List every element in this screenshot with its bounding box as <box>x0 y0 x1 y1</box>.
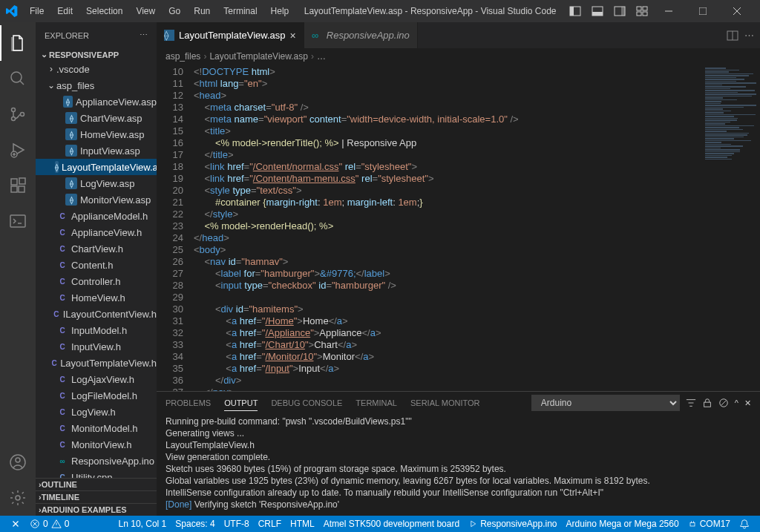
tree-item-applianceview-asp[interactable]: ⟠ApplianceView.asp <box>36 93 157 110</box>
tree-item-utility-cpp[interactable]: CUtility.cpp <box>36 469 157 478</box>
status-board[interactable]: Arduino Mega or Mega 2560 <box>562 519 684 529</box>
menu-selection[interactable]: Selection <box>80 3 128 19</box>
tree-item-layouttemplateview-h[interactable]: CLayoutTemplateView.h <box>36 355 157 371</box>
file-tree[interactable]: ›.vscode⌄asp_files⟠ApplianceView.asp⟠Cha… <box>36 61 157 478</box>
tree-item-inputview-asp[interactable]: ⟠InputView.asp <box>36 142 157 159</box>
terminal-icon[interactable] <box>0 203 36 239</box>
tree-item-inputview-h[interactable]: CInputView.h <box>36 338 157 355</box>
layout-left-icon[interactable] <box>566 1 585 21</box>
status-cursor[interactable]: Ln 10, Col 1 <box>114 519 171 529</box>
extensions-icon[interactable] <box>0 168 36 203</box>
lock-icon[interactable] <box>702 398 712 408</box>
source-control-icon[interactable] <box>0 96 36 132</box>
window-maximize[interactable] <box>686 0 720 22</box>
tree-item-controller-h[interactable]: CController.h <box>36 273 157 289</box>
chevron-down-icon: ⌄ <box>39 50 49 59</box>
status-port[interactable]: COM17 <box>684 519 735 529</box>
line-gutter: 1011121314151617181920212223242526272829… <box>157 65 194 391</box>
timeline-section[interactable]: ›TIMELINE <box>36 490 157 503</box>
breadcrumb-part[interactable]: … <box>317 51 326 62</box>
run-debug-icon[interactable] <box>0 132 36 168</box>
tree-item-layouttemplateview-asp[interactable]: ⟠LayoutTemplateView.asp <box>36 159 157 175</box>
tree-item-logfilemodel-h[interactable]: CLogFileModel.h <box>36 387 157 404</box>
tree-item-chartview-h[interactable]: CChartView.h <box>36 240 157 257</box>
breadcrumb[interactable]: asp_files › LayoutTemplateView.asp › … <box>157 48 760 65</box>
status-remote[interactable] <box>6 519 25 529</box>
more-actions-icon[interactable]: ⋯ <box>744 30 754 41</box>
layout-bottom-icon[interactable] <box>588 1 607 21</box>
close-tab-icon[interactable]: × <box>290 30 296 42</box>
menu-help[interactable]: Help <box>265 3 295 19</box>
clear-icon[interactable] <box>718 398 729 408</box>
menu-view[interactable]: View <box>130 3 161 19</box>
maximize-panel-icon[interactable]: ^ <box>735 398 738 407</box>
close-panel-icon[interactable]: ✕ <box>744 398 751 408</box>
editor-tabs: ⟠LayoutTemplateView.asp×∞ResponsiveApp.i… <box>157 22 760 48</box>
tab-responsiveapp-ino[interactable]: ∞ResponsiveApp.ino <box>304 22 418 48</box>
breadcrumb-part[interactable]: LayoutTemplateView.asp <box>209 51 308 62</box>
status-indent[interactable]: Spaces: 4 <box>171 519 219 529</box>
svg-point-27 <box>16 496 20 500</box>
output-body[interactable]: Running pre-build command: "pwsh ".vscod… <box>157 414 760 516</box>
tree-item-inputmodel-h[interactable]: CInputModel.h <box>36 322 157 338</box>
tab-layouttemplateview-asp[interactable]: ⟠LayoutTemplateView.asp× <box>157 22 304 48</box>
tree-item--vscode[interactable]: ›.vscode <box>36 61 157 77</box>
status-problems[interactable]: 0 0 <box>25 519 73 529</box>
window-close[interactable] <box>720 0 754 22</box>
panel-tab-debug-console[interactable]: DEBUG CONSOLE <box>271 395 342 410</box>
panel-tab-serial-monitor[interactable]: SERIAL MONITOR <box>410 395 480 410</box>
tree-item-homeview-h[interactable]: CHomeView.h <box>36 289 157 306</box>
search-icon[interactable] <box>0 61 36 96</box>
tree-item-appliancemodel-h[interactable]: CApplianceModel.h <box>36 208 157 224</box>
workspace-root[interactable]: ⌄ RESPONSIVEAPP <box>36 48 157 61</box>
tree-item-monitorview-h[interactable]: CMonitorView.h <box>36 436 157 453</box>
settings-icon[interactable] <box>0 480 36 516</box>
menu-go[interactable]: Go <box>163 3 186 19</box>
panel-tab-terminal[interactable]: TERMINAL <box>356 395 397 410</box>
tree-item-homeview-asp[interactable]: ⟠HomeView.asp <box>36 126 157 142</box>
code-content[interactable]: <!DOCTYPE html><html lang="en"><head> <m… <box>194 65 693 391</box>
breadcrumb-part[interactable]: asp_files <box>166 51 200 62</box>
svg-line-32 <box>721 401 726 406</box>
breadcrumb-separator: › <box>311 51 314 62</box>
status-programmer[interactable]: Atmel STK500 development board <box>319 519 464 529</box>
tree-item-asp-files[interactable]: ⌄asp_files <box>36 77 157 93</box>
tree-item-logajaxview-h[interactable]: CLogAjaxView.h <box>36 371 157 387</box>
tree-item-monitormodel-h[interactable]: CMonitorModel.h <box>36 420 157 436</box>
layout-right-icon[interactable] <box>610 1 629 21</box>
explorer-icon[interactable] <box>0 25 36 61</box>
menu-file[interactable]: File <box>24 3 50 19</box>
sidebar-more-icon[interactable]: ⋯ <box>140 30 148 40</box>
accounts-icon[interactable] <box>0 444 36 480</box>
status-sketch[interactable]: ResponsiveApp.ino <box>464 519 561 529</box>
menu-run[interactable]: Run <box>188 3 216 19</box>
minimap[interactable] <box>693 65 760 391</box>
tree-item-monitorview-asp[interactable]: ⟠MonitorView.asp <box>36 191 157 208</box>
tree-item-applianceview-h[interactable]: CApplianceView.h <box>36 224 157 240</box>
status-encoding[interactable]: UTF-8 <box>220 519 254 529</box>
filter-icon[interactable] <box>686 398 696 408</box>
panel-tab-problems[interactable]: PROBLEMS <box>166 395 211 410</box>
svg-rect-21 <box>11 186 17 192</box>
tree-item-logview-asp[interactable]: ⟠LogView.asp <box>36 175 157 191</box>
menu-terminal[interactable]: Terminal <box>217 3 263 19</box>
status-eol[interactable]: CRLF <box>254 519 286 529</box>
tree-item-ilayoutcontentview-h[interactable]: CILayoutContentView.h <box>36 306 157 322</box>
menu-edit[interactable]: Edit <box>51 3 79 19</box>
svg-rect-8 <box>637 12 641 16</box>
tree-item-chartview-asp[interactable]: ⟠ChartView.asp <box>36 110 157 126</box>
arduino-examples-section[interactable]: ›ARDUINO EXAMPLES <box>36 503 157 516</box>
editor[interactable]: 1011121314151617181920212223242526272829… <box>157 65 760 391</box>
svg-rect-7 <box>643 7 647 10</box>
output-channel-select[interactable]: Arduino <box>531 395 680 411</box>
window-minimize[interactable] <box>652 0 686 22</box>
split-editor-icon[interactable] <box>727 30 738 42</box>
status-language[interactable]: HTML <box>286 519 319 529</box>
layout-customize-icon[interactable] <box>632 1 652 21</box>
panel-tab-output[interactable]: OUTPUT <box>224 395 258 411</box>
tree-item-logview-h[interactable]: CLogView.h <box>36 404 157 420</box>
outline-section[interactable]: ›OUTLINE <box>36 478 157 490</box>
status-bell-icon[interactable] <box>735 519 754 529</box>
tree-item-responsiveapp-ino[interactable]: ∞ResponsiveApp.ino <box>36 453 157 469</box>
tree-item-content-h[interactable]: CContent.h <box>36 257 157 273</box>
